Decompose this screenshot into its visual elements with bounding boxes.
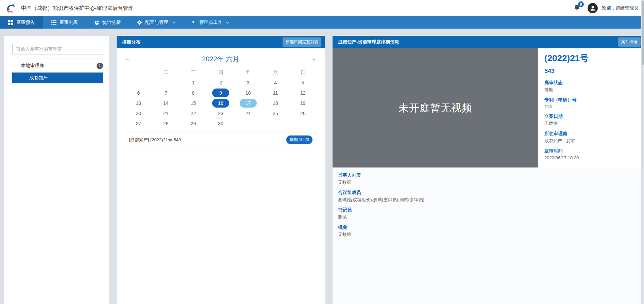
calendar-day[interactable]: 19 [289, 98, 317, 108]
field-label: 概要 [338, 224, 639, 230]
calendar-day[interactable]: 28 [152, 118, 180, 129]
tree-item-label: 成都知产 [29, 75, 48, 81]
nav-tab-config-management[interactable]: 配置与管理 [129, 16, 184, 29]
field-value: 无数据 [338, 179, 639, 186]
calendar-day[interactable]: 5 [289, 78, 317, 88]
calendar-grid: 一二三四五六日123456789101112131415161718192021… [125, 67, 317, 129]
calendar-day[interactable]: 8 [180, 88, 207, 98]
case-detail-button[interactable]: 案件详情 [618, 37, 641, 47]
schedule-item-text: [成都知产] (2022)21号 543 [129, 137, 181, 143]
calendar-day[interactable]: 15 [180, 98, 207, 108]
nav-tab-label: 庭审列表 [60, 19, 78, 26]
schedule-time-badge: 排期 10:20 [286, 135, 312, 144]
field-value: 测试(合议组组长),测试(主审员),测试(参审员) [338, 197, 639, 203]
calendar-weekday-label: 六 [262, 67, 289, 78]
terminal-icon: >_ [192, 20, 196, 25]
calendar-day[interactable]: 9 [207, 88, 235, 98]
calendar-day[interactable]: 1 [180, 78, 207, 88]
calendar-day[interactable]: 17 [234, 98, 262, 108]
calendar: ← 2022年 六月 → 一二三四五六日12345678910111213141… [117, 48, 325, 147]
case-field: 专利（申请）号 213 [544, 97, 638, 109]
schedule-panel-header: 排期分布 所选日期完整列表 [117, 36, 325, 48]
schedule-list: [成都知产] (2022)21号 543 排期 10:20 [125, 132, 317, 147]
pie-chart-icon [94, 20, 99, 25]
calendar-day[interactable]: 4 [262, 78, 289, 88]
svg-text:IPPC: IPPC [8, 11, 13, 13]
grid-icon [8, 20, 13, 25]
chevron-down-icon [226, 21, 230, 24]
case-extra-info-section: 当事人列表 无数据 合议组成员 测试(合议组组长),测试(主审员),测试(参审员… [333, 167, 644, 304]
field-label: 合议组成员 [338, 190, 639, 196]
vertical-scrollbar[interactable] [641, 0, 644, 304]
field-value: 成都知产 - 复审 [544, 138, 638, 144]
extra-field: 当事人列表 无数据 [338, 172, 639, 186]
list-icon [51, 20, 56, 25]
calendar-day-empty [262, 118, 289, 129]
nav-tab-label: 配置与管理 [145, 19, 168, 26]
prev-month-arrow-icon[interactable]: ← [125, 55, 138, 63]
gear-icon [137, 20, 142, 25]
calendar-day[interactable]: 20 [125, 108, 152, 118]
field-label: 立案日期 [544, 113, 638, 119]
calendar-day[interactable]: 27 [125, 118, 152, 129]
calendar-weekday-label: 二 [152, 67, 180, 78]
calendar-weekday-label: 四 [207, 67, 235, 78]
field-label: 庭审状态 [544, 80, 638, 86]
full-date-list-button[interactable]: 所选日期完整列表 [283, 37, 321, 47]
court-count-badge: 1 [97, 63, 103, 69]
calendar-day[interactable]: 16 [207, 98, 235, 108]
calendar-day[interactable]: 26 [289, 108, 317, 118]
calendar-day[interactable]: 12 [289, 88, 317, 98]
detail-panel-title: 成都知产-当前审理庭排期信息 [338, 39, 399, 45]
nav-tab-trial-list[interactable]: 庭审列表 [43, 16, 86, 29]
notification-bell-icon[interactable]: 0 [574, 4, 580, 12]
calendar-day[interactable]: 10 [234, 88, 262, 98]
calendar-day[interactable]: 23 [207, 108, 235, 118]
case-field: 所在审理庭 成都知产 - 复审 [544, 131, 638, 144]
nav-tab-label: 管理员工具 [199, 19, 222, 26]
nav-tab-admin-tools[interactable]: >_ 管理员工具 [184, 16, 238, 29]
calendar-day[interactable]: 13 [125, 98, 152, 108]
calendar-day[interactable]: 3 [234, 78, 262, 88]
welcome-text: 欢迎，超级管理员 [602, 5, 639, 11]
calendar-day[interactable]: 14 [152, 98, 180, 108]
tree-node-local-courts[interactable]: − 本地审理庭 1 [12, 59, 103, 73]
calendar-day[interactable]: 22 [180, 108, 207, 118]
calendar-day[interactable]: 2 [207, 78, 235, 88]
extra-field: 合议组成员 测试(合议组组长),测试(主审员),测试(参审员) [338, 190, 639, 203]
nav-tab-trial-preview[interactable]: 庭审预告 [0, 16, 43, 29]
case-field: 庭审时间 2022/06/17 10:20 [544, 148, 638, 160]
calendar-day[interactable]: 29 [180, 118, 207, 129]
calendar-weekday-label: 三 [180, 67, 207, 78]
field-value: 测试 [338, 214, 639, 220]
nav-tab-statistics[interactable]: 统计分析 [86, 16, 129, 29]
next-month-arrow-icon[interactable]: → [303, 55, 317, 63]
calendar-day[interactable]: 25 [262, 108, 289, 118]
current-court-schedule-panel: 成都知产-当前审理庭排期信息 案件详情 未开庭暂无视频 (2022)21号 54… [333, 36, 644, 304]
calendar-day[interactable]: 30 [207, 118, 235, 129]
field-label: 庭审时间 [544, 148, 638, 154]
user-avatar[interactable] [588, 3, 598, 13]
page-title: 中国（成都）知识产权保护中心-审理庭后台管理 [21, 5, 134, 12]
ippc-logo-icon: IPPC [4, 1, 17, 15]
calendar-day[interactable]: 6 [125, 88, 152, 98]
field-label: 所在审理庭 [544, 131, 638, 137]
calendar-day[interactable]: 18 [262, 98, 289, 108]
field-value: 无数据 [338, 231, 639, 238]
calendar-day[interactable]: 21 [152, 108, 180, 118]
calendar-day-empty [152, 78, 180, 88]
tree-item-court[interactable]: 成都知产 [12, 73, 103, 83]
extra-field: 书记员 测试 [338, 207, 639, 220]
chevron-down-icon [172, 21, 176, 24]
scrollbar-thumb[interactable] [642, 1, 644, 65]
calendar-day-empty [125, 78, 152, 88]
field-value: 排期 [544, 87, 638, 93]
court-search-input[interactable] [12, 44, 103, 54]
calendar-weekday-label: 日 [289, 67, 317, 78]
calendar-day[interactable]: 7 [152, 88, 180, 98]
calendar-day[interactable]: 11 [262, 88, 289, 98]
main-nav: 庭审预告 庭审列表 统计分析 [0, 16, 644, 29]
calendar-day[interactable]: 24 [234, 108, 262, 118]
collapse-icon[interactable]: − [12, 63, 21, 68]
schedule-list-item[interactable]: [成都知产] (2022)21号 543 排期 10:20 [125, 132, 317, 147]
